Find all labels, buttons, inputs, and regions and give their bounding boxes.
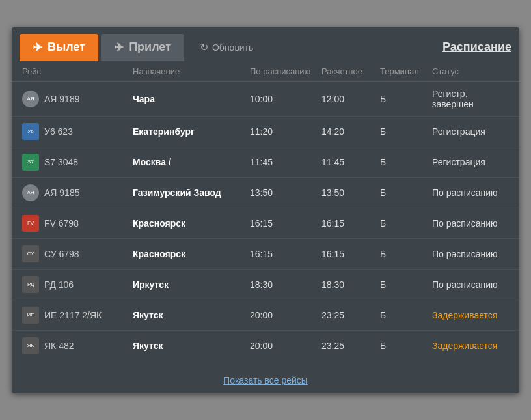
airline-icon: ИЕ [22,307,39,324]
show-all-label: Показать все рейсы [223,375,308,385]
estimated-time: 14:20 [321,126,380,137]
airline-icon: РД [22,276,39,293]
flights-table: АЯ АЯ 9189 Чара 10:00 12:00 Б Регистр. з… [12,82,519,367]
flight-number: S7 S7 3048 [22,154,133,171]
status-badge: Задерживается [432,310,509,320]
flight-code: S7 3048 [44,157,78,167]
table-row[interactable]: S7 S7 3048 Москва / 11:45 11:45 Б Регист… [12,147,519,178]
scheduled-time: 20:00 [250,341,321,351]
refresh-icon: ↻ [200,41,208,53]
tab-arrival[interactable]: ✈ Прилет [101,34,184,61]
destination: Якутск [133,310,250,320]
flight-number: АЯ АЯ 9189 [22,91,133,107]
col-estimated: Расчетное [321,66,380,76]
schedule-link[interactable]: Расписание [442,40,511,54]
table-row[interactable]: АЯ АЯ 9189 Чара 10:00 12:00 Б Регистр. з… [12,82,519,117]
flight-number: ИЕ ИЕ 2117 2/ЯК [22,307,133,324]
departure-icon: ✈ [33,40,42,55]
destination: Красноярск [133,218,250,229]
scheduled-time: 11:20 [250,126,321,137]
destination: Москва / [133,157,250,167]
column-headers: Рейс Назначение По расписанию Расчетное … [12,61,519,82]
table-row[interactable]: ИЕ ИЕ 2117 2/ЯК Якутск 20:00 23:25 Б Зад… [12,300,519,331]
estimated-time: 11:45 [321,157,380,167]
destination: Якутск [133,341,250,351]
estimated-time: 23:25 [321,310,380,320]
estimated-time: 18:30 [321,279,380,290]
table-row[interactable]: РД РД 106 Иркутск 18:30 18:30 Б По распи… [12,270,519,300]
terminal: Б [380,126,432,137]
airline-icon: СУ [22,245,39,262]
estimated-time: 16:15 [321,218,380,229]
destination: Газимурский Завод [133,188,250,198]
flight-board: ✈ Вылет ✈ Прилет ↻ Обновить Расписание Р… [12,27,519,393]
status-badge: Регистрация [432,157,509,167]
status-badge: По расписанию [432,249,509,259]
col-terminal: Терминал [380,66,432,76]
scheduled-time: 20:00 [250,310,321,320]
scheduled-time: 11:45 [250,157,321,167]
terminal: Б [380,218,432,229]
airline-icon: S7 [22,154,39,171]
col-scheduled: По расписанию [250,66,321,76]
terminal: Б [380,341,432,351]
arrival-icon: ✈ [114,40,124,55]
airline-icon: АЯ [22,184,39,201]
terminal: Б [380,279,432,290]
destination: Иркутск [133,279,250,290]
terminal: Б [380,188,432,198]
schedule-label: Расписание [442,40,511,53]
estimated-time: 12:00 [321,94,380,104]
flight-code: ИЕ 2117 2/ЯК [44,310,102,320]
scheduled-time: 13:50 [250,188,321,198]
show-all-button[interactable]: Показать все рейсы [12,367,519,393]
table-row[interactable]: У6 У6 623 Екатеринбург 11:20 14:20 Б Рег… [12,117,519,147]
col-status: Статус [432,66,509,76]
airline-icon: ЯК [22,337,39,354]
refresh-button[interactable]: ↻ Обновить [200,41,253,53]
flight-code: ЯК 482 [44,341,74,351]
estimated-time: 23:25 [321,341,380,351]
col-flight: Рейс [22,66,133,76]
table-row[interactable]: FV FV 6798 Красноярск 16:15 16:15 Б По р… [12,208,519,239]
table-row[interactable]: АЯ АЯ 9185 Газимурский Завод 13:50 13:50… [12,178,519,208]
refresh-label: Обновить [212,42,253,53]
scheduled-time: 16:15 [250,249,321,259]
status-badge: По расписанию [432,279,509,290]
scheduled-time: 16:15 [250,218,321,229]
status-badge: Регистрация [432,126,509,137]
flight-number: РД РД 106 [22,276,133,293]
flight-number: АЯ АЯ 9185 [22,184,133,201]
flight-code: АЯ 9189 [44,94,79,104]
flight-code: СУ 6798 [44,249,79,259]
destination: Чара [133,94,250,104]
flight-number: FV FV 6798 [22,215,133,232]
scheduled-time: 18:30 [250,279,321,290]
terminal: Б [380,94,432,104]
tab-arrival-label: Прилет [129,40,171,54]
destination: Красноярск [133,249,250,259]
scheduled-time: 10:00 [250,94,321,104]
estimated-time: 13:50 [321,188,380,198]
terminal: Б [380,310,432,320]
airline-icon: АЯ [22,91,39,107]
tabs-header: ✈ Вылет ✈ Прилет ↻ Обновить Расписание [12,27,519,61]
flight-code: АЯ 9185 [44,188,79,198]
terminal: Б [380,249,432,259]
col-destination: Назначение [133,66,250,76]
airline-icon: У6 [22,123,39,140]
flight-code: РД 106 [44,279,74,290]
flight-number: ЯК ЯК 482 [22,337,133,354]
flight-code: У6 623 [44,126,73,137]
table-row[interactable]: ЯК ЯК 482 Якутск 20:00 23:25 Б Задержива… [12,331,519,361]
status-badge: Регистр. завершен [432,89,509,109]
terminal: Б [380,157,432,167]
status-badge: По расписанию [432,188,509,198]
tab-departure-label: Вылет [48,40,85,54]
flight-number: У6 У6 623 [22,123,133,140]
airline-icon: FV [22,215,39,232]
status-badge: Задерживается [432,341,509,351]
table-row[interactable]: СУ СУ 6798 Красноярск 16:15 16:15 Б По р… [12,239,519,270]
status-badge: По расписанию [432,218,509,229]
tab-departure[interactable]: ✈ Вылет [20,34,98,61]
